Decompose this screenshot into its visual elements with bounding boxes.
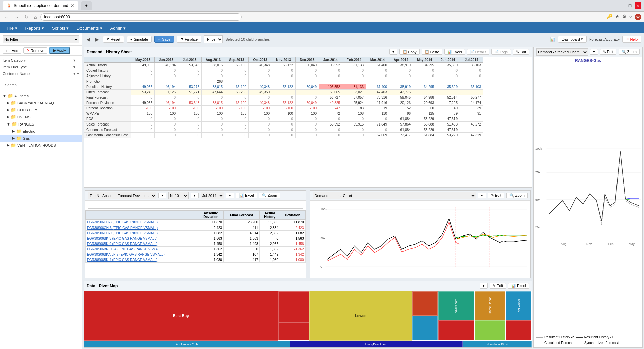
deviations-excel[interactable]: 📊 Excel bbox=[236, 193, 257, 198]
history-table-container[interactable]: May-2013Jun-2013Jul-2013Aug-2013Sep-2013… bbox=[84, 57, 532, 187]
tab-close-button[interactable]: ✕ bbox=[70, 3, 74, 8]
bestbuy-sub-top[interactable] bbox=[278, 291, 309, 323]
linear-chart-edit[interactable]: ✎ Edit bbox=[488, 193, 504, 198]
back-button[interactable]: ← bbox=[3, 14, 11, 20]
tree-all-items[interactable]: ▼ 📁 All Items bbox=[0, 92, 82, 99]
stacked-chart-edit[interactable]: ✎ Edit bbox=[600, 49, 616, 55]
tree-ranges[interactable]: ▼ 📁 RANGES bbox=[0, 120, 82, 128]
bestbuy-sub-bottom[interactable] bbox=[278, 323, 309, 340]
intl-label-cell[interactable]: International Direct bbox=[463, 341, 532, 347]
homedepot-cell[interactable]: Home Depot bbox=[475, 291, 505, 320]
pivot-map-excel[interactable]: 📊 Excel bbox=[508, 283, 529, 289]
deviation-name[interactable]: EGR30S06BK-4 (EPIC GAS RANGE VSMALL) bbox=[86, 257, 198, 263]
search-input[interactable] bbox=[3, 81, 79, 89]
price-select[interactable]: Price bbox=[204, 35, 223, 43]
pivot-map-edit[interactable]: ✎ Edit bbox=[490, 283, 506, 289]
minimize-button[interactable]: — bbox=[619, 2, 625, 9]
maximize-button[interactable]: □ bbox=[627, 2, 633, 9]
orange-top[interactable] bbox=[412, 291, 438, 316]
dashboard-button[interactable]: Dashboard ▾ bbox=[558, 36, 587, 43]
menu-file[interactable]: File ▾ bbox=[3, 23, 21, 33]
linear-chart-svg: 100k 50k 0 bbox=[310, 201, 531, 278]
item-fuel-down[interactable]: ▾ bbox=[73, 65, 75, 69]
active-tab[interactable]: 🍹 Smoothie - appliance_demand ✕ bbox=[3, 1, 78, 10]
history-sheet-dropdown[interactable]: ▾ bbox=[389, 49, 397, 55]
finalize-button[interactable]: ⚑ Finalize bbox=[177, 36, 201, 43]
details-button[interactable]: 📄 Details bbox=[467, 49, 490, 55]
deviation-name[interactable]: EGR30S06BKA/LP-7 (EPIC GAS RANGE VSMALL) bbox=[86, 252, 198, 257]
stacked-chart-select[interactable]: Demand - Stacked Chart bbox=[536, 48, 588, 56]
apply-button[interactable]: ▶ Apply bbox=[49, 47, 70, 54]
row-value bbox=[436, 79, 460, 84]
logs-button[interactable]: 📄 Logs bbox=[491, 49, 511, 55]
address-bar[interactable] bbox=[40, 13, 241, 21]
orange-bottom[interactable] bbox=[412, 316, 438, 340]
deviations-search[interactable] bbox=[88, 202, 303, 209]
edit-button[interactable]: ✎ Edit bbox=[513, 49, 529, 55]
reset-button[interactable]: ↺ Reset bbox=[103, 36, 124, 43]
customer-name-add[interactable]: + bbox=[77, 71, 79, 76]
filter-select[interactable]: No Filter bbox=[3, 35, 79, 43]
pivot-map-dropdown[interactable]: ▾ bbox=[480, 283, 488, 289]
copy-button[interactable]: 📋 Copy bbox=[399, 49, 420, 55]
item-category-add[interactable]: + bbox=[77, 58, 79, 63]
item-category-down[interactable]: ▾ bbox=[73, 58, 75, 63]
tree-electric[interactable]: ▶ 📁 Electric bbox=[0, 128, 82, 135]
deviation-name[interactable]: EGR30S06CH-3 (EPIC GAS RANGE VSMALL) bbox=[86, 220, 198, 225]
month-select[interactable]: Jul-2014 bbox=[201, 192, 224, 199]
top-n-select[interactable]: Top N - Absolute Forecast Deviations bbox=[88, 192, 156, 199]
sears-red[interactable] bbox=[438, 320, 474, 340]
tree-cooktops[interactable]: ▶ 📁 COOKTOPS bbox=[0, 106, 82, 113]
help-button[interactable]: ✕ Help bbox=[622, 36, 641, 43]
excel-export-button[interactable]: 📊 Excel bbox=[444, 49, 465, 55]
tree-ventilation[interactable]: ▶ 📁 VENTILATION HOODS bbox=[0, 142, 82, 149]
deviation-name[interactable]: EGR30S06BR/LP-4 (EPIC GAS RANGE VSMALL) bbox=[86, 247, 198, 252]
menu-admin[interactable]: Admin ▾ bbox=[106, 23, 130, 33]
lowes-cell[interactable]: Lowes bbox=[309, 291, 412, 341]
reload-button[interactable]: ↻ bbox=[23, 14, 30, 20]
stacked-chart-zoom[interactable]: 🔍 Zoom bbox=[619, 49, 640, 55]
n-dropdown[interactable]: ▾ bbox=[191, 193, 199, 198]
bestbuy-cell[interactable]: Best Buy bbox=[84, 291, 278, 341]
month-dropdown[interactable]: ▾ bbox=[226, 193, 234, 198]
livingdirect-label-cell[interactable]: LivingDirect.com bbox=[290, 341, 462, 347]
menu-scripts[interactable]: Scripts ▾ bbox=[48, 23, 73, 33]
tree-backyard[interactable]: ▶ 📁 BACKYARD/BAR-B-Q bbox=[0, 99, 82, 106]
customer-name-down[interactable]: ▾ bbox=[73, 71, 75, 76]
n-value-select[interactable]: N=10 bbox=[168, 192, 189, 199]
menu-reports[interactable]: Reports ▾ bbox=[21, 23, 48, 33]
deviation-name[interactable]: EGR30S06CH-9 (EPIC GAS RANGE VSMALL) bbox=[86, 231, 198, 236]
linear-chart-zoom[interactable]: 🔍 Zoom bbox=[506, 193, 528, 198]
save-button[interactable]: ✓ Save bbox=[154, 36, 174, 43]
tree-ovens[interactable]: ▶ 📁 OVENS bbox=[0, 113, 82, 120]
simulate-button[interactable]: ● Simulate bbox=[127, 36, 152, 43]
close-button[interactable]: ✕ bbox=[635, 2, 641, 9]
item-fuel-add[interactable]: + bbox=[77, 65, 79, 69]
remove-filter-button[interactable]: ✕ Remove bbox=[23, 47, 47, 54]
deviation-name[interactable]: EGR30S06CH-6 (EPIC GAS RANGE VSMALL) bbox=[86, 225, 198, 231]
deviation-name[interactable]: EGR30S06BK-9 (EPIC GAS RANGE VSMALL) bbox=[86, 241, 198, 247]
tree-gas[interactable]: ▶ 📁 Gas bbox=[0, 135, 82, 142]
linear-chart-dropdown[interactable]: ▾ bbox=[478, 193, 486, 198]
sears-cell[interactable]: Sears.com bbox=[438, 291, 474, 320]
home-button[interactable]: ⌂ bbox=[32, 14, 38, 20]
stacked-chart-dropdown[interactable]: ▾ bbox=[590, 49, 598, 55]
appliances-label-cell[interactable]: Appliances R Us bbox=[84, 341, 290, 347]
deviations-table-container[interactable]: AbsoluteDeviation Final Forecast ActualH… bbox=[85, 210, 306, 278]
homedepot-green[interactable] bbox=[475, 320, 505, 340]
nav-prev-button[interactable]: ◀ bbox=[85, 36, 91, 43]
row-value: 25,924 bbox=[342, 100, 366, 106]
hhgregg-red[interactable] bbox=[506, 320, 531, 340]
deviations-zoom[interactable]: 🔍 Zoom bbox=[259, 193, 280, 198]
linear-chart-select[interactable]: Demand - Linear Chart bbox=[313, 192, 476, 199]
paste-button[interactable]: 📋 Paste bbox=[422, 49, 442, 55]
deviation-name[interactable]: EGR30S06BK-3 (EPIC GAS RANGE VSMALL) bbox=[86, 236, 198, 241]
add-filter-button[interactable]: + + Add bbox=[3, 48, 21, 54]
hhgregg-cell[interactable]: HH Gregg bbox=[506, 291, 531, 320]
top-n-dropdown[interactable]: ▾ bbox=[158, 193, 166, 198]
star-icon[interactable]: ★ bbox=[615, 14, 620, 20]
new-tab[interactable]: + bbox=[81, 1, 92, 10]
menu-documents[interactable]: Documents ▾ bbox=[73, 23, 106, 33]
forward-button[interactable]: → bbox=[13, 14, 21, 20]
nav-next-button[interactable]: ▶ bbox=[94, 36, 100, 43]
